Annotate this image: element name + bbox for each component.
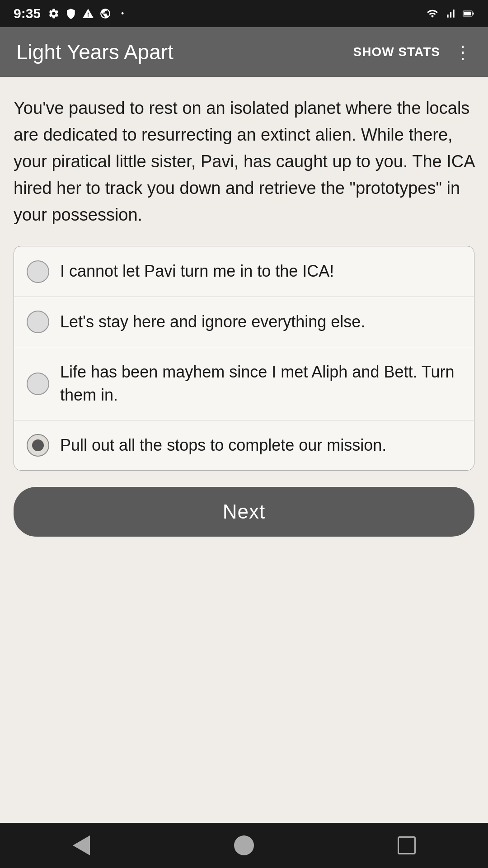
- choice-text-4: Pull out all the stops to complete our m…: [60, 434, 386, 457]
- app-title: Light Years Apart: [16, 40, 174, 64]
- choice-text-3: Life has been mayhem since I met Aliph a…: [60, 361, 461, 406]
- radio-button-4[interactable]: [27, 434, 49, 457]
- status-icons: •: [48, 8, 128, 19]
- shield-icon: [65, 8, 77, 19]
- status-bar-left: 9:35: [14, 6, 128, 21]
- recents-square-icon: [398, 836, 416, 854]
- svg-rect-1: [464, 12, 471, 16]
- status-bar: 9:35: [0, 0, 488, 27]
- story-text: You've paused to rest on an isolated pla…: [14, 95, 474, 228]
- vpn-icon: [99, 8, 111, 19]
- back-button[interactable]: [68, 832, 95, 859]
- show-stats-button[interactable]: SHOW STATS: [353, 45, 440, 59]
- more-options-icon[interactable]: ⋮: [454, 43, 472, 61]
- app-bar: Light Years Apart SHOW STATS ⋮: [0, 27, 488, 77]
- settings-icon: [48, 8, 60, 19]
- signal-icon: [445, 8, 456, 19]
- choice-item-3[interactable]: Life has been mayhem since I met Aliph a…: [14, 347, 474, 420]
- status-time: 9:35: [14, 6, 41, 21]
- dot-icon: •: [117, 8, 128, 19]
- svg-rect-2: [473, 13, 474, 14]
- app-bar-actions: SHOW STATS ⋮: [353, 43, 472, 61]
- main-content: You've paused to rest on an isolated pla…: [0, 77, 488, 823]
- recents-button[interactable]: [393, 832, 420, 859]
- choice-item-4[interactable]: Pull out all the stops to complete our m…: [14, 420, 474, 470]
- next-button[interactable]: Next: [14, 487, 474, 537]
- warning-icon: [82, 8, 94, 19]
- choices-container: I cannot let Pavi turn me in to the ICA!…: [14, 246, 474, 471]
- home-circle-icon: [234, 835, 254, 855]
- radio-button-3[interactable]: [27, 373, 49, 395]
- choice-item-1[interactable]: I cannot let Pavi turn me in to the ICA!: [14, 246, 474, 297]
- choice-text-1: I cannot let Pavi turn me in to the ICA!: [60, 260, 334, 283]
- radio-button-1[interactable]: [27, 260, 49, 283]
- choice-text-2: Let's stay here and ignore everything el…: [60, 311, 365, 333]
- back-triangle-icon: [73, 835, 90, 855]
- choice-item-2[interactable]: Let's stay here and ignore everything el…: [14, 297, 474, 347]
- radio-button-2[interactable]: [27, 311, 49, 333]
- status-bar-right: [427, 8, 474, 19]
- wifi-icon: [427, 8, 438, 19]
- home-button[interactable]: [230, 832, 258, 859]
- battery-icon: [463, 8, 474, 19]
- bottom-nav-bar: [0, 823, 488, 868]
- radio-selected-indicator: [32, 439, 44, 451]
